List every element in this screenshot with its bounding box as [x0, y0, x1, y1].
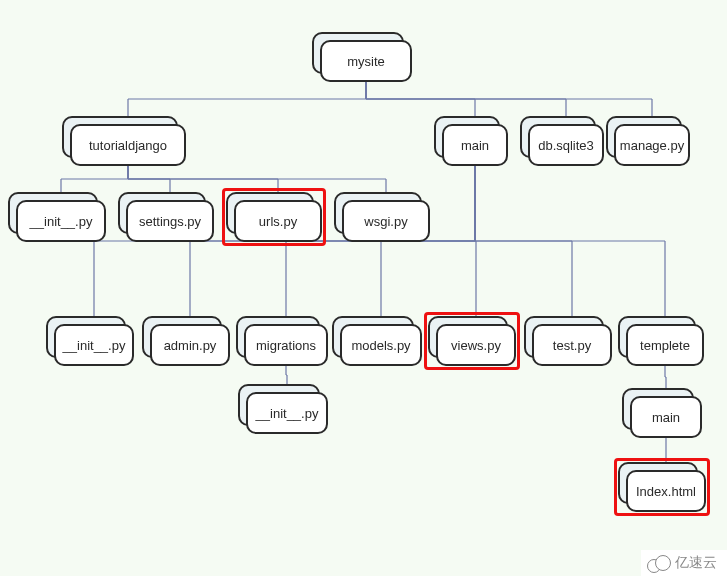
node-m_admin: admin.py [150, 324, 230, 366]
node-label: wsgi.py [342, 200, 430, 242]
node-label: models.py [340, 324, 422, 366]
cloud-icon [647, 555, 671, 571]
node-label: mysite [320, 40, 412, 82]
node-db: db.sqlite3 [528, 124, 604, 166]
node-mig_init: __init__.py [246, 392, 328, 434]
node-m_migrations: migrations [244, 324, 328, 366]
node-label: __init__.py [54, 324, 134, 366]
node-td_urls: urls.py [234, 200, 322, 242]
node-main: main [442, 124, 508, 166]
node-label: test.py [532, 324, 612, 366]
node-label: migrations [244, 324, 328, 366]
node-label: settings.py [126, 200, 214, 242]
node-label: templete [626, 324, 704, 366]
node-label: main [442, 124, 508, 166]
node-label: urls.py [234, 200, 322, 242]
node-tpl_main: main [630, 396, 702, 438]
watermark: 亿速云 [641, 550, 727, 576]
node-m_templete: templete [626, 324, 704, 366]
node-m_views: views.py [436, 324, 516, 366]
node-label: db.sqlite3 [528, 124, 604, 166]
node-m_models: models.py [340, 324, 422, 366]
node-label: tutorialdjango [70, 124, 186, 166]
node-label: __init__.py [246, 392, 328, 434]
node-manage: manage.py [614, 124, 690, 166]
node-tutorialdjango: tutorialdjango [70, 124, 186, 166]
diagram-canvas: mysitetutorialdjangomaindb.sqlite3manage… [0, 0, 727, 576]
node-td_settings: settings.py [126, 200, 214, 242]
node-tpl_index: Index.html [626, 470, 706, 512]
node-mysite: mysite [320, 40, 412, 82]
node-td_wsgi: wsgi.py [342, 200, 430, 242]
node-label: Index.html [626, 470, 706, 512]
watermark-text: 亿速云 [675, 554, 717, 572]
node-label: admin.py [150, 324, 230, 366]
node-label: __init__.py [16, 200, 106, 242]
node-m_test: test.py [532, 324, 612, 366]
node-m_init: __init__.py [54, 324, 134, 366]
node-label: main [630, 396, 702, 438]
node-label: manage.py [614, 124, 690, 166]
node-label: views.py [436, 324, 516, 366]
node-td_init: __init__.py [16, 200, 106, 242]
